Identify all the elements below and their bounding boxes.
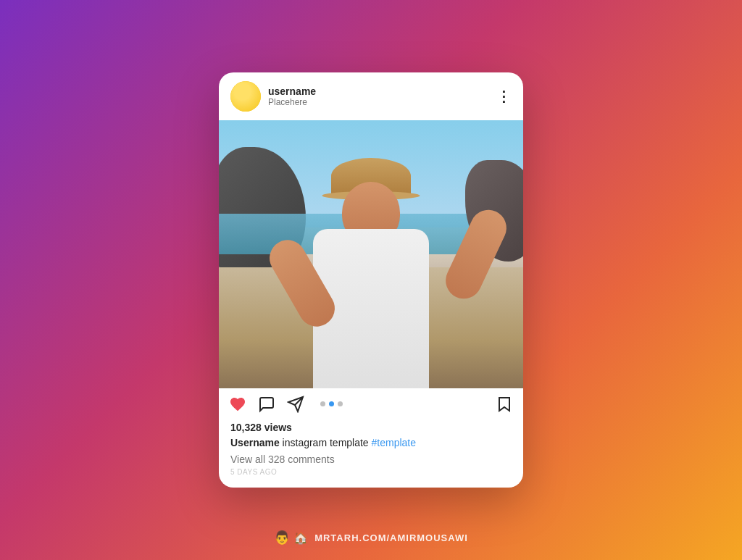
dot-2 — [329, 401, 334, 406]
like-button[interactable] — [229, 396, 246, 413]
dot-3 — [338, 401, 343, 406]
user-info: username Placehere — [268, 85, 316, 107]
svg-marker-2 — [499, 398, 509, 411]
view-comments-link[interactable]: View all 328 comments — [230, 454, 512, 465]
dot-1 — [320, 401, 325, 406]
caption-username[interactable]: Username — [230, 437, 280, 448]
post-scene — [219, 120, 523, 388]
brand-icons: 👨 🏠 — [274, 530, 309, 546]
caption-text: instagram template — [280, 437, 372, 448]
more-options-icon[interactable]: ⋮ — [496, 88, 512, 105]
post-location: Placehere — [268, 97, 316, 107]
post-caption: Username instagram template #template — [230, 436, 512, 451]
scene-person — [270, 142, 472, 388]
post-header: username Placehere ⋮ — [219, 72, 523, 120]
post-info: 10,328 views Username instagram template… — [219, 420, 523, 488]
header-left: username Placehere — [230, 81, 316, 112]
comment-button[interactable] — [258, 396, 275, 413]
post-username[interactable]: username — [268, 85, 316, 97]
post-image — [219, 120, 523, 388]
brand-url: MRTARH.COM/AMIRMOUSAWI — [314, 532, 468, 543]
save-button[interactable] — [496, 396, 513, 413]
avatar-image — [230, 81, 261, 112]
views-count: 10,328 views — [230, 422, 512, 433]
post-timestamp: 5 DAYS AGO — [230, 468, 512, 476]
instagram-card: username Placehere ⋮ — [219, 72, 523, 488]
house-icon: 🏠 — [293, 531, 309, 545]
caption-hashtag[interactable]: #template — [372, 437, 416, 448]
carousel-dots — [320, 401, 343, 406]
actions-bar — [219, 388, 523, 420]
mustache-icon: 👨 — [274, 530, 291, 546]
footer-brand: 👨 🏠 MRTARH.COM/AMIRMOUSAWI — [274, 530, 468, 546]
avatar[interactable] — [230, 81, 261, 112]
share-button[interactable] — [287, 396, 304, 413]
